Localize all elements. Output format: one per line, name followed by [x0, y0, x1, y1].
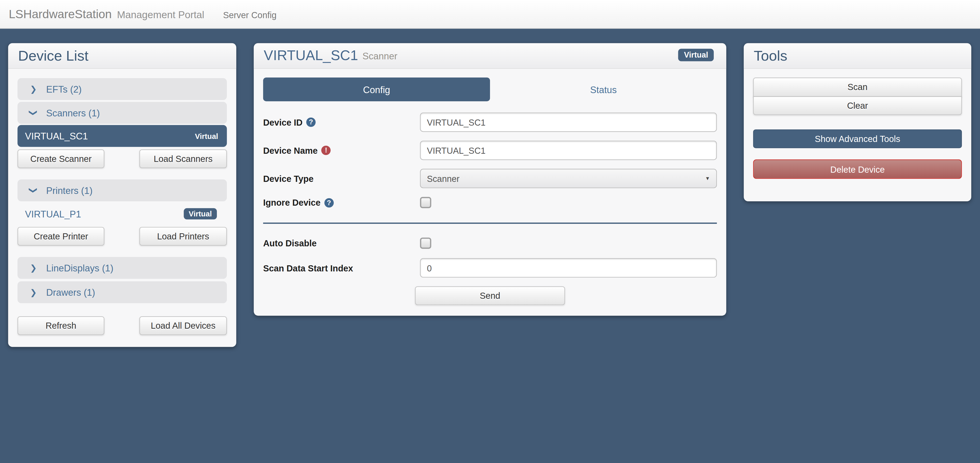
chevron-right-icon: ❯: [30, 264, 37, 272]
device-list-title: Device List: [18, 47, 89, 64]
brand-name: LSHardwareStation: [9, 7, 112, 21]
chevron-down-icon: ❯: [29, 110, 38, 116]
tab-bar: Config Status: [263, 78, 717, 101]
device-list-actions: Refresh Load All Devices: [18, 317, 227, 335]
device-detail-body: Config Status Device ID ? Device Name !: [254, 69, 726, 305]
help-icon[interactable]: ?: [306, 118, 316, 127]
auto-disable-checkbox[interactable]: [420, 238, 431, 249]
chevron-right-icon: ❯: [30, 85, 37, 93]
device-name-row: Device Name !: [263, 141, 717, 160]
brand-suffix: Management Portal: [117, 10, 204, 20]
virtual-badge: Virtual: [195, 132, 218, 140]
tree-group-drawers[interactable]: ❯ Drawers (1): [18, 282, 227, 303]
device-item-virtual-p1[interactable]: VIRTUAL_P1 Virtual: [18, 205, 227, 223]
scan-data-start-index-input[interactable]: [420, 258, 717, 278]
chevron-down-icon: ❯: [29, 187, 38, 194]
device-name: VIRTUAL_P1: [25, 208, 81, 219]
form-divider: [263, 223, 717, 224]
device-name-label: Device Name !: [263, 145, 420, 155]
printer-actions: Create Printer Load Printers: [18, 227, 227, 245]
show-advanced-tools-button[interactable]: Show Advanced Tools: [753, 129, 962, 148]
scan-data-start-index-label: Scan Data Start Index: [263, 263, 420, 273]
device-list-body: ❯ EFTs (2) ❯ Scanners (1) VIRTUAL_SC1 Vi…: [8, 69, 236, 335]
load-scanners-button[interactable]: Load Scanners: [139, 150, 227, 168]
tree-group-label: LineDisplays (1): [46, 263, 113, 273]
virtual-badge: Virtual: [184, 208, 217, 220]
tab-config[interactable]: Config: [263, 78, 490, 101]
ignore-device-row: Ignore Device ?: [263, 197, 717, 208]
tools-title: Tools: [754, 47, 787, 64]
scan-data-start-index-row: Scan Data Start Index: [263, 258, 717, 278]
tab-status[interactable]: Status: [490, 78, 717, 101]
device-id-label: Device ID ?: [263, 117, 420, 127]
tools-header: Tools: [744, 43, 971, 69]
ignore-device-label: Ignore Device ?: [263, 197, 420, 207]
scanner-actions: Create Scanner Load Scanners: [18, 150, 227, 168]
top-navbar: LSHardwareStation Management Portal Serv…: [0, 0, 980, 29]
nav-server-config[interactable]: Server Config: [223, 10, 277, 20]
tools-body: Scan Clear Show Advanced Tools Delete De…: [744, 69, 971, 179]
device-id-row: Device ID ?: [263, 113, 717, 132]
brand: LSHardwareStation Management Portal: [9, 7, 204, 21]
delete-device-button[interactable]: Delete Device: [753, 159, 962, 179]
device-type-row: Device Type Scanner ▼: [263, 169, 717, 188]
device-type-select[interactable]: Scanner ▼: [420, 169, 717, 188]
auto-disable-row: Auto Disable: [263, 238, 717, 249]
device-subtitle: Scanner: [363, 50, 398, 61]
device-item-virtual-sc1[interactable]: VIRTUAL_SC1 Virtual: [18, 125, 227, 147]
tree-group-label: Scanners (1): [46, 107, 100, 118]
send-row: Send: [263, 286, 717, 305]
help-icon[interactable]: ?: [324, 198, 334, 207]
device-title: VIRTUAL_SC1: [264, 48, 358, 64]
app-root: LSHardwareStation Management Portal Serv…: [0, 0, 980, 463]
ignore-device-checkbox[interactable]: [420, 197, 431, 208]
load-all-devices-button[interactable]: Load All Devices: [139, 317, 227, 335]
tree-group-label: Drawers (1): [46, 287, 95, 298]
auto-disable-label: Auto Disable: [263, 238, 420, 248]
tree-group-linedisplays[interactable]: ❯ LineDisplays (1): [18, 257, 227, 279]
device-name: VIRTUAL_SC1: [25, 131, 88, 142]
device-name-input[interactable]: [420, 141, 717, 160]
scan-clear-group: Scan Clear: [753, 78, 962, 115]
tree-group-label: EFTs (2): [46, 84, 82, 94]
tree-group-label: Printers (1): [46, 185, 92, 196]
device-list-header: Device List: [8, 43, 236, 69]
tree-group-scanners[interactable]: ❯ Scanners (1): [18, 102, 227, 124]
virtual-badge: Virtual: [678, 49, 714, 61]
alert-icon[interactable]: !: [321, 146, 331, 155]
create-printer-button[interactable]: Create Printer: [18, 227, 104, 245]
send-button[interactable]: Send: [415, 286, 565, 305]
tree-group-efts[interactable]: ❯ EFTs (2): [18, 78, 227, 100]
device-detail-header: VIRTUAL_SC1 Scanner Virtual: [254, 43, 726, 69]
scan-button[interactable]: Scan: [753, 78, 962, 97]
select-arrow-icon: ▼: [705, 176, 710, 181]
device-detail-panel: VIRTUAL_SC1 Scanner Virtual Config Statu…: [254, 43, 726, 316]
tree-group-printers[interactable]: ❯ Printers (1): [18, 179, 227, 201]
clear-button[interactable]: Clear: [753, 96, 962, 115]
device-type-label: Device Type: [263, 173, 420, 183]
device-id-input[interactable]: [420, 113, 717, 132]
refresh-button[interactable]: Refresh: [18, 317, 104, 335]
load-printers-button[interactable]: Load Printers: [139, 227, 227, 245]
create-scanner-button[interactable]: Create Scanner: [18, 150, 104, 168]
chevron-right-icon: ❯: [30, 288, 37, 296]
device-type-value: Scanner: [427, 173, 459, 183]
device-list-panel: Device List ❯ EFTs (2) ❯ Scanners (1) VI…: [8, 43, 236, 347]
tools-panel: Tools Scan Clear Show Advanced Tools Del…: [744, 43, 971, 201]
